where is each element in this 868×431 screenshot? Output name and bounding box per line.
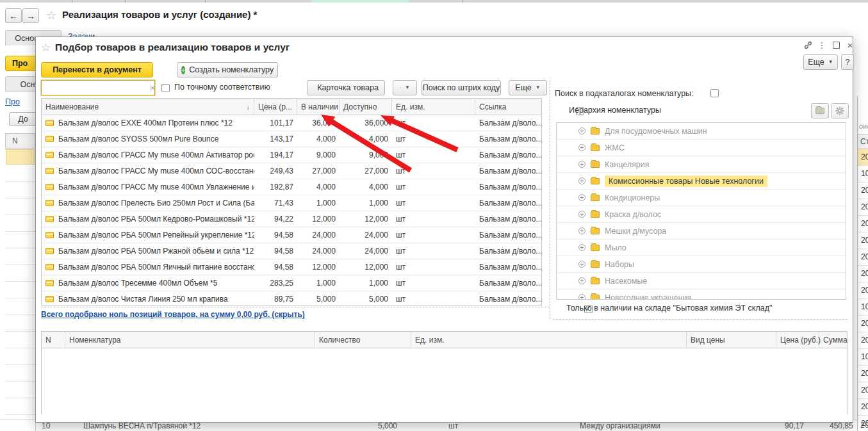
tree-item[interactable]: +ЖМС	[557, 140, 846, 156]
bg-strip-row: 20	[858, 332, 868, 349]
item-icon	[45, 280, 54, 286]
tree-item[interactable]: +Новогодние украшения	[557, 289, 846, 300]
chevron-down-icon: ▼	[828, 60, 833, 65]
product-row[interactable]: Бальзам д/волос Тресемме 400мл Объем *52…	[42, 275, 541, 291]
expand-icon[interactable]: +	[578, 244, 585, 251]
expand-icon[interactable]: +	[578, 261, 585, 268]
chevron-down-icon: ▼	[536, 85, 541, 90]
product-row[interactable]: Бальзам д/волос EXXE 400мл Протеин плюс …	[42, 115, 541, 131]
product-row[interactable]: Бальзам д/волос ГРАСС My muse 400мл Акти…	[42, 147, 541, 163]
col-unit-header[interactable]: Ед. изм.	[392, 99, 475, 115]
expand-icon[interactable]: +	[578, 277, 585, 284]
exact-match-checkbox[interactable]	[161, 84, 170, 92]
product-price: 283,25	[254, 275, 297, 291]
tree-item[interactable]: +Комиссионные товары Новые технологии	[557, 173, 846, 190]
product-available: 1,000	[340, 275, 392, 291]
product-available: 4,000	[340, 131, 392, 147]
product-row[interactable]: Бальзам д/волос РБА 500мл Ржаной обьем и…	[42, 243, 541, 259]
add-button[interactable]: До	[9, 112, 37, 126]
selection-col-header[interactable]: N	[42, 332, 65, 348]
divider	[41, 307, 550, 307]
tree-item[interactable]: +Для посудомоечных машин	[557, 123, 846, 140]
folder-icon	[591, 128, 600, 134]
tree-item[interactable]: +Мешки д/мусора	[557, 223, 846, 240]
expand-icon[interactable]: +	[578, 227, 585, 234]
selection-table-empty-body[interactable]	[42, 348, 847, 415]
expand-icon[interactable]: +	[578, 144, 585, 151]
tree-item[interactable]: +Наборы	[557, 256, 846, 273]
barcode-search-button[interactable]: Поиск по штрих коду	[422, 80, 501, 95]
bg-bottom-sum: 450,85	[830, 421, 853, 430]
tree-item-label: Кондиционеры	[605, 193, 660, 202]
product-card-button[interactable]: Карточка товара	[307, 80, 385, 95]
expand-icon[interactable]: +	[578, 127, 585, 134]
tree-item[interactable]: +Краска д/волос	[557, 206, 846, 223]
col-price-header[interactable]: Цена (р...	[254, 99, 297, 115]
plus-icon: +	[181, 66, 185, 74]
item-icon	[45, 184, 54, 190]
selection-col-header[interactable]: Вид цены	[687, 332, 776, 348]
filter-button[interactable]: ▼	[393, 80, 417, 95]
splitter[interactable]	[550, 80, 550, 319]
subcatalog-search-checkbox[interactable]	[710, 89, 719, 97]
search-input[interactable]	[42, 81, 150, 94]
forward-button[interactable]: →	[22, 8, 39, 23]
list-more-button[interactable]: Еще▼	[509, 80, 547, 95]
products-table-body: Бальзам д/волос EXXE 400мл Протеин плюс …	[42, 115, 541, 305]
bg-strip-row: 20	[858, 316, 868, 332]
product-name-cell: Бальзам д/волос РБА 500мл Яичный питание…	[42, 259, 254, 275]
tree-item-label: Насекомые	[605, 277, 647, 286]
tree-item[interactable]: +Мыло	[557, 240, 846, 256]
col-stock-header[interactable]: В наличии	[297, 99, 340, 115]
product-name-cell: Бальзам д/волос Прелесть Био 250мл Рост …	[42, 195, 254, 211]
product-row[interactable]: Бальзам д/волос SYOSS 500мл Pure Bounce1…	[42, 131, 541, 147]
product-ref: Бальзам д/воло...	[475, 259, 541, 275]
product-row[interactable]: Бальзам д/волос РБА 500мл Яичный питание…	[42, 259, 541, 275]
settings-button[interactable]	[831, 103, 849, 118]
product-stock: 1,000	[297, 195, 340, 211]
maximize-icon[interactable]	[830, 40, 842, 50]
move-to-group-button[interactable]	[811, 103, 829, 118]
col-name-header[interactable]: Наименование ↓	[42, 99, 254, 115]
dialog-more-button[interactable]: Еще▼	[803, 54, 838, 70]
item-icon	[45, 216, 54, 222]
selection-col-header[interactable]: Номенклатура	[65, 332, 315, 348]
expand-icon[interactable]: +	[578, 177, 585, 184]
clear-search-icon[interactable]: ×	[150, 84, 154, 92]
col-ref-header[interactable]: Ссылка	[475, 99, 541, 115]
folder-icon	[591, 245, 600, 251]
product-row[interactable]: Бальзам д/волос РБА 500мл Кедрово-Ромашк…	[42, 211, 541, 227]
expand-icon[interactable]: +	[578, 294, 585, 300]
bg-selected-cell[interactable]	[6, 149, 35, 165]
tree-item[interactable]: +Канцелярия	[557, 156, 846, 173]
tree-item[interactable]: +Кондиционеры	[557, 190, 846, 206]
link-icon[interactable]	[802, 40, 814, 50]
summary-link[interactable]: Всего подобрано ноль позиций товаров, на…	[41, 310, 305, 319]
product-name-cell: Бальзам д/волос Тресемме 400мл Объем *5	[42, 275, 254, 291]
expand-icon[interactable]: +	[578, 211, 585, 218]
document-title: Реализация товаров и услуг (создание) *	[62, 9, 257, 20]
selection-col-header[interactable]: Ед. изм.	[411, 332, 687, 348]
selection-col-header[interactable]: Количество	[315, 332, 411, 348]
tree-item[interactable]: +Насекомые	[557, 273, 846, 289]
transfer-to-document-button[interactable]: Перенести в документ	[41, 62, 153, 77]
back-button[interactable]: ←	[5, 8, 22, 23]
background-link[interactable]: Про	[5, 97, 20, 106]
selection-col-header[interactable]: Сумма	[819, 332, 848, 348]
help-button[interactable]: ?	[841, 54, 854, 70]
product-row[interactable]: Бальзам д/волос ГРАСС My muse 400мл Увла…	[42, 179, 541, 195]
product-row[interactable]: Бальзам д/волос Чистая Линия 250 мл крап…	[42, 291, 541, 305]
kebab-menu-icon[interactable]: ⋮	[816, 40, 828, 50]
selection-col-header[interactable]: Цена (руб.)	[776, 332, 819, 348]
expand-icon[interactable]: +	[578, 161, 585, 168]
col-available-header[interactable]: Доступно	[340, 99, 392, 115]
product-row[interactable]: Бальзам д/волос ГРАСС My muse 400мл СОС-…	[42, 163, 541, 179]
expand-icon[interactable]: +	[578, 194, 585, 201]
create-nomenclature-button[interactable]: + Создать номенклатуру	[177, 62, 278, 77]
dialog-favorite-star-icon[interactable]: ☆	[41, 42, 51, 53]
favorite-star-icon[interactable]: ☆	[46, 10, 56, 21]
close-icon[interactable]: ×	[844, 40, 856, 50]
product-row[interactable]: Бальзам д/волос Прелесть Био 250мл Рост …	[42, 195, 541, 211]
product-row[interactable]: Бальзам д/волос РБА 500мл Репейный укреп…	[42, 227, 541, 243]
product-name: Бальзам д/волос РБА 500мл Кедрово-Ромашк…	[58, 215, 254, 224]
